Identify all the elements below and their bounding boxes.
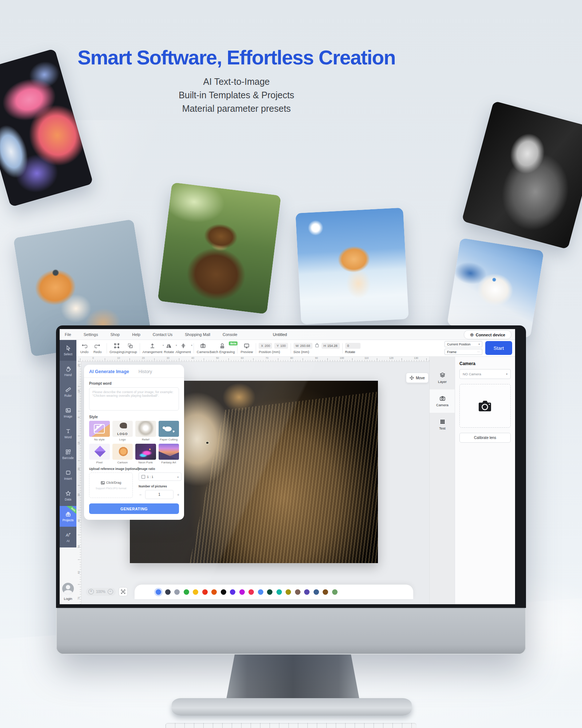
sidebar-item-data[interactable]: Data [60,485,76,506]
palette-color[interactable] [165,589,171,595]
style-tile-cartoon[interactable]: Cartoon [112,444,133,464]
decrement-button[interactable]: − [139,492,142,497]
frame-button[interactable]: Frame ··· [445,349,482,355]
upload-dropzone[interactable]: Click/Drag Support PNG/JPG format [89,472,133,498]
menu-help[interactable]: Help [132,332,140,337]
lock-icon[interactable] [315,344,319,347]
count-value-field[interactable]: 1 [145,490,174,499]
palette-color[interactable] [202,589,208,595]
tab-layer[interactable]: Layer [430,366,455,389]
tab-test[interactable]: Test [430,413,455,436]
size-w-field[interactable]: W 260.68 [294,343,312,349]
sidebar-item-image[interactable]: Image [60,402,76,423]
start-button[interactable]: Start [485,341,512,355]
palette-color[interactable] [332,589,338,595]
grouping-button[interactable]: Grouping [109,343,124,354]
undo-button[interactable]: Undo [78,343,91,354]
size-h-field[interactable]: H 154.28 [322,343,340,349]
position-y-field[interactable]: Y 100 [274,343,288,349]
rotate-tool-button[interactable]: ▾ Rotate [162,343,175,354]
preview-button[interactable]: Preview [240,343,253,354]
sidebar-item-insert[interactable]: Insert [60,464,76,485]
style-tile-paper-cutting[interactable]: Paper Cutting [159,421,179,441]
sidebar-item-projects[interactable]: Beta Projects [60,506,76,527]
sidebar-item-barcode[interactable]: Barcode [60,444,76,464]
move-button[interactable]: Move [406,373,428,383]
menu-contact-us[interactable]: Contact Us [153,332,172,337]
arrangement-button[interactable]: ▾ Arrangement [143,343,163,354]
style-tile-relief[interactable]: Relief [135,421,156,441]
style-tile-logo[interactable]: LOGOLogo [112,421,133,441]
menu-file[interactable]: File [65,332,71,337]
fit-view-button[interactable] [119,587,128,596]
style-tile-neon-punk[interactable]: Neon Punk [135,444,156,464]
menu-shop[interactable]: Shop [110,332,120,337]
style-thumbnail [159,421,179,437]
login-area[interactable]: Login [60,547,76,604]
rotate-value: 0 [347,344,349,348]
style-tile-pixel[interactable]: Pixel [89,444,110,464]
style-tile-no-style[interactable]: No style [89,421,110,441]
tab-history[interactable]: History [139,369,152,374]
style-tile-label: Pixel [96,461,103,464]
tool-label: Rotate [164,350,174,354]
palette-color[interactable] [248,589,254,595]
tool-label: Preview [241,350,253,354]
ungroup-button[interactable]: Ungroup [124,343,137,354]
menu-settings[interactable]: Settings [84,332,98,337]
palette-color[interactable] [304,589,310,595]
tab-ai-generate-image[interactable]: AI Generate Image [89,369,129,374]
tab-camera[interactable]: Camera [430,389,455,413]
zoom-out-button[interactable]: − [108,589,113,594]
palette-color[interactable] [323,589,328,595]
palette-color[interactable] [221,589,226,595]
camera-select[interactable]: NO Camera ▾ [459,369,511,379]
palette-color[interactable] [239,589,245,595]
camera-tool-button[interactable]: Camera [196,343,210,354]
hand-icon [65,366,71,372]
palette-color[interactable] [286,589,291,595]
alignment-button[interactable]: ▾ Alignment [175,343,191,354]
palette-color[interactable] [156,589,161,595]
sidebar-item-word[interactable]: Word [60,423,76,444]
position-x-field[interactable]: X 200 [259,343,272,349]
generating-button[interactable]: GENERATING [89,503,179,514]
increment-button[interactable]: + [176,492,180,497]
sidebar-item-ai[interactable]: AI AI [60,527,76,547]
toolbar-separator [194,343,194,353]
palette-color[interactable] [314,589,319,595]
layers-icon [439,372,446,378]
batch-engraving-button[interactable]: Beta Batch Engraving [210,343,235,354]
sidebar-label: Image [64,415,72,418]
palette-color[interactable] [184,589,189,595]
rotate-field[interactable]: 0 [345,343,360,349]
palette-color[interactable] [211,589,217,595]
menu-console[interactable]: Console [223,332,237,337]
zoom-in-button[interactable]: + [88,589,94,594]
sidebar-item-hand[interactable]: Hand [60,361,76,381]
palette-color[interactable] [193,589,198,595]
palette-color[interactable] [295,589,300,595]
canvas-workspace[interactable]: 0102030405060708090100110120130 -20-1001… [76,357,429,604]
connect-device-button[interactable]: ⊕ Connect device [464,330,511,339]
redo-button[interactable]: Redo [91,343,104,354]
position-mode-select[interactable]: Current Position ▾ [445,341,482,347]
prompt-input[interactable] [89,387,179,411]
palette-color[interactable] [258,589,263,595]
sidebar-item-ruler[interactable]: Ruler [60,381,76,402]
palette-color[interactable] [230,589,235,595]
calibrate-lens-button[interactable]: Calibrate lens [459,433,511,443]
style-tile-fantasy-art[interactable]: Fantasy Art [159,444,179,464]
ruler-tick-label: 110 [364,357,368,359]
toolbar-separator [291,343,291,353]
stamp-icon [219,343,225,349]
position-mode-value: Current Position [447,343,471,346]
text-icon [65,428,71,434]
logo-art-text: LOGO [112,432,133,436]
palette-color[interactable] [276,589,282,595]
menu-shopping-mall[interactable]: Shopping Mall [185,332,210,337]
palette-color[interactable] [267,589,272,595]
image-ratio-select[interactable]: 1 : 1 ▴ [139,472,182,481]
sidebar-item-select[interactable]: Select [60,340,76,361]
palette-color[interactable] [174,589,180,595]
